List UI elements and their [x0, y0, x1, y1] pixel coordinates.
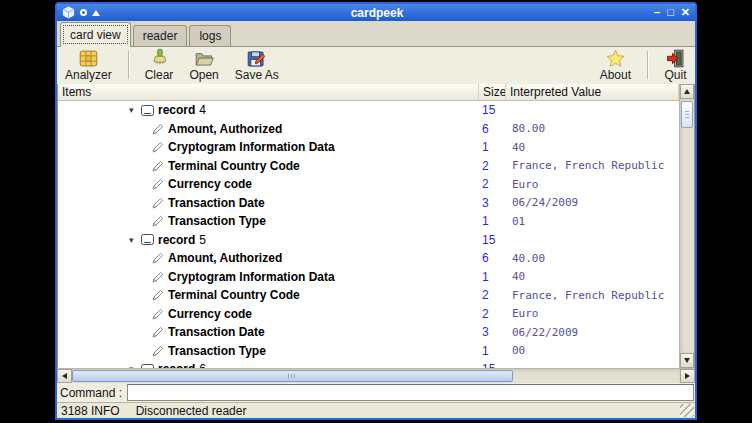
tree-row[interactable]: ▾ record 5 15: [58, 231, 679, 250]
star-icon: [604, 48, 627, 69]
item-value: France, French Republic: [506, 159, 679, 172]
pencil-icon: [152, 308, 164, 320]
cardpeek-cube-icon[interactable]: [62, 6, 75, 19]
item-value: 40.00: [506, 252, 679, 265]
pencil-icon: [152, 178, 164, 190]
expander-icon[interactable]: ▾: [129, 235, 141, 245]
cardpeek-window: cardpeek – □ ✕ card view reader logs: [55, 2, 697, 420]
tab-card-view[interactable]: card view: [60, 22, 131, 47]
item-size: 2: [479, 307, 506, 321]
tree-row[interactable]: Transaction Type 1 00: [58, 342, 679, 361]
maximize-button[interactable]: □: [667, 7, 674, 18]
pencil-icon: [152, 141, 164, 153]
tab-reader[interactable]: reader: [133, 25, 188, 46]
save-as-icon: [245, 48, 268, 69]
status-message: Disconnected reader: [136, 404, 247, 418]
arrow-down-icon: [684, 358, 690, 363]
horizontal-scrollbar[interactable]: [57, 368, 695, 383]
item-label: Currency code: [168, 177, 252, 191]
command-input[interactable]: [127, 384, 694, 401]
titlebar[interactable]: cardpeek – □ ✕: [57, 4, 695, 21]
command-bar: Command :: [57, 383, 695, 402]
item-label: Terminal Country Code: [168, 159, 300, 173]
item-value: 80.00: [506, 122, 679, 135]
tree-row[interactable]: ▾ record 4 15: [58, 101, 679, 120]
tree-row[interactable]: ▾ record 6 15: [58, 360, 679, 368]
horizontal-scroll-thumb[interactable]: [72, 370, 513, 382]
window-sticky-icon[interactable]: [80, 9, 87, 16]
window-shade-icon[interactable]: [92, 10, 100, 16]
tree-row[interactable]: Cryptogram Information Data 1 40: [58, 138, 679, 157]
item-label: Cryptogram Information Data: [168, 270, 335, 284]
item-label: Transaction Date: [168, 196, 265, 210]
arrow-right-icon: [685, 373, 690, 379]
vertical-scroll-track[interactable]: [680, 99, 694, 353]
tree-header: Items Size Interpreted Value: [58, 84, 679, 101]
close-button[interactable]: ✕: [681, 7, 690, 18]
item-size: 3: [479, 325, 506, 339]
item-label: Amount, Authorized: [168, 122, 282, 136]
scroll-left-button[interactable]: [57, 369, 72, 383]
record-icon: [141, 234, 154, 245]
item-suffix: 5: [199, 233, 206, 247]
tab-logs[interactable]: logs: [189, 25, 231, 46]
minimize-button[interactable]: –: [654, 7, 660, 18]
item-size: 6: [479, 122, 506, 136]
tree-row[interactable]: Transaction Date 3 06/24/2009: [58, 194, 679, 213]
item-value: 00: [506, 344, 679, 357]
item-value: 06/22/2009: [506, 326, 679, 339]
scroll-up-button[interactable]: [680, 84, 694, 99]
record-icon: [141, 105, 154, 116]
resize-grip[interactable]: [680, 404, 694, 417]
exit-door-icon: [664, 48, 687, 69]
analyzer-button[interactable]: Analyzer: [65, 48, 112, 82]
tree-row[interactable]: Terminal Country Code 2 France, French R…: [58, 157, 679, 176]
item-size: 15: [479, 103, 506, 117]
about-button[interactable]: About: [600, 48, 631, 82]
tree-row[interactable]: Cryptogram Information Data 1 40: [58, 268, 679, 287]
item-value: Euro: [506, 307, 679, 320]
scroll-down-button[interactable]: [680, 353, 694, 368]
tab-strip: card view reader logs: [57, 21, 695, 47]
horizontal-scroll-track[interactable]: [72, 369, 680, 383]
open-button[interactable]: Open: [189, 48, 218, 82]
toolbar: Analyzer Clear: [57, 47, 695, 84]
tree-row[interactable]: Amount, Authorized 6 40.00: [58, 249, 679, 268]
item-label: record: [158, 233, 195, 247]
vertical-scrollbar[interactable]: [679, 84, 694, 368]
item-size: 15: [479, 233, 506, 247]
window-title: cardpeek: [100, 6, 654, 20]
item-label: Terminal Country Code: [168, 288, 300, 302]
smartcard-chip-icon: [77, 48, 100, 69]
arrow-left-icon: [62, 373, 67, 379]
save-as-button[interactable]: Save As: [235, 48, 279, 82]
expander-icon[interactable]: ▾: [129, 105, 141, 115]
toolbar-separator: [128, 51, 129, 79]
pencil-icon: [152, 252, 164, 264]
pencil-icon: [152, 215, 164, 227]
quit-button[interactable]: Quit: [664, 48, 687, 82]
toolbar-separator: [647, 51, 648, 79]
tree-body: ▾ record 4 15 Amount, Autho: [58, 101, 679, 368]
tree-row[interactable]: Currency code 2 Euro: [58, 175, 679, 194]
item-value: 06/24/2009: [506, 196, 679, 209]
tree-row[interactable]: Transaction Type 1 01: [58, 212, 679, 231]
tree-row[interactable]: Terminal Country Code 2 France, French R…: [58, 286, 679, 305]
pencil-icon: [152, 345, 164, 357]
status-bar: 3188 INFO Disconnected reader: [57, 402, 695, 418]
scroll-right-button[interactable]: [680, 369, 695, 383]
status-log-id: 3188 INFO: [61, 404, 120, 418]
item-label: Transaction Date: [168, 325, 265, 339]
pencil-icon: [152, 326, 164, 338]
item-size: 1: [479, 214, 506, 228]
clear-button[interactable]: Clear: [145, 48, 174, 82]
vertical-scroll-thumb[interactable]: [681, 101, 693, 128]
item-size: 2: [479, 159, 506, 173]
tree-row[interactable]: Transaction Date 3 06/22/2009: [58, 323, 679, 342]
tree-row[interactable]: Currency code 2 Euro: [58, 305, 679, 324]
column-header-interpreted-value: Interpreted Value: [506, 84, 679, 100]
open-folder-icon: [193, 48, 216, 69]
tree-row[interactable]: Amount, Authorized 6 80.00: [58, 120, 679, 139]
column-header-items: Items: [58, 84, 479, 100]
pencil-icon: [152, 289, 164, 301]
